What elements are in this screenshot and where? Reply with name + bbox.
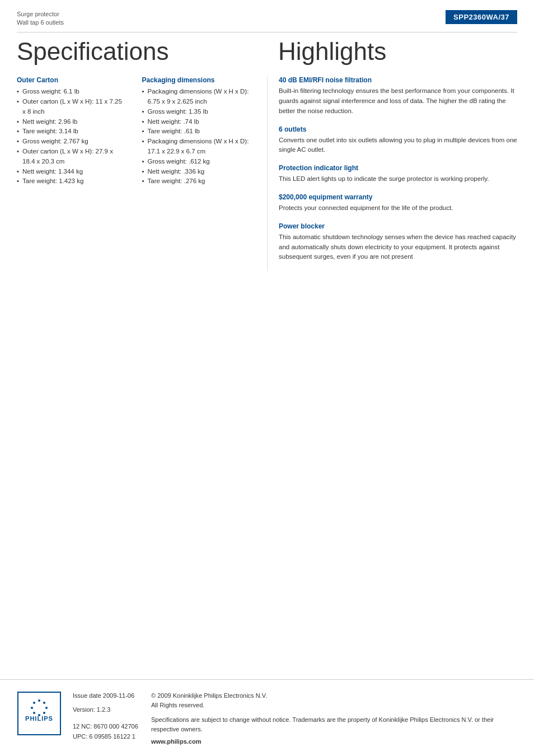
- header-left: Surge protector Wall tap 6 outlets: [17, 10, 64, 27]
- svg-point-5: [43, 712, 45, 714]
- page-wrapper: Surge protector Wall tap 6 outlets SPP23…: [0, 0, 534, 756]
- packaging-dimensions: Packaging dimensions Packaging dimension…: [142, 76, 251, 186]
- svg-point-8: [31, 707, 33, 709]
- issue-date: 2009-11-06: [103, 692, 134, 699]
- page-title: Specifications: [17, 38, 267, 65]
- highlight-emi-text: Built-in filtering technology ensures th…: [279, 86, 517, 116]
- footer: PHILIPS Issue date 2009-: [0, 679, 534, 756]
- outer-carton-section: Outer Carton Gross weight: 6.1 lb Outer …: [17, 76, 134, 198]
- issue-label: Issue date: [73, 692, 101, 699]
- highlight-outlets-text: Converts one outlet into six outlets all…: [279, 136, 517, 156]
- list-item: Tare weight: .61 lb: [142, 127, 251, 137]
- list-item: Nett weight: .74 lb: [142, 117, 251, 127]
- footer-copyright: © 2009 Koninklijke Philips Electronics N…: [151, 691, 517, 711]
- list-item: Tare weight: 3.14 lb: [17, 127, 125, 137]
- highlight-warranty-title: $200,000 equipment warranty: [279, 193, 517, 201]
- title-right: Highlights: [267, 38, 517, 76]
- outer-carton-list: Gross weight: 6.1 lb Outer carton (L x W…: [17, 87, 125, 186]
- footer-trademark: Specifications are subject to change wit…: [151, 715, 517, 734]
- version-value: 1.2.3: [97, 706, 110, 713]
- packaging-section: Packaging dimensions Packaging dimension…: [134, 76, 251, 198]
- list-item: Outer carton (L x W x H): 11 x 7.25 x 8 …: [17, 97, 125, 117]
- highlight-power-blocker-title: Power blocker: [279, 222, 517, 230]
- outer-carton-title: Outer Carton: [17, 76, 125, 84]
- list-item: Gross weight: 6.1 lb: [17, 87, 125, 97]
- footer-version: Version: 1.2.3: [73, 705, 146, 715]
- packaging-list: Packaging dimensions (W x H x D): 6.75 x…: [142, 87, 251, 186]
- title-row: Specifications Highlights: [0, 35, 534, 76]
- header-divider: [17, 32, 517, 32]
- philips-logo: PHILIPS: [17, 691, 62, 736]
- list-item: Gross weight: 1.35 lb: [142, 107, 251, 117]
- footer-col1: Issue date 2009-11-06 Version: 1.2.3 12 …: [73, 691, 146, 745]
- list-item: Nett weight: 2.96 lb: [17, 117, 125, 127]
- right-column: 40 dB EMI/RFI noise filtration Built-in …: [267, 76, 517, 271]
- svg-point-6: [38, 714, 40, 716]
- product-type: Surge protector: [17, 10, 64, 18]
- main-content: Outer Carton Gross weight: 6.1 lb Outer …: [0, 76, 534, 271]
- packaging-dimensions-title: Packaging dimensions: [142, 76, 251, 84]
- list-item: Outer carton (L x W x H): 27.9 x 18.4 x …: [17, 147, 125, 167]
- highlight-outlets: 6 outlets Converts one outlet into six o…: [279, 125, 517, 156]
- list-item: Packaging dimensions (W x H x D): 17.1 x…: [142, 137, 251, 157]
- list-item: Gross weight: 2.767 kg: [17, 137, 125, 147]
- svg-point-3: [43, 702, 45, 704]
- list-item: Tare weight: .276 kg: [142, 176, 251, 186]
- highlight-outlets-title: 6 outlets: [279, 125, 517, 133]
- footer-col3: © 2009 Koninklijke Philips Electronics N…: [151, 691, 517, 745]
- list-item: Tare weight: 1.423 kg: [17, 176, 125, 186]
- version-label: Version:: [73, 706, 95, 713]
- list-item: Gross weight: .612 kg: [142, 157, 251, 167]
- copyright-text: © 2009 Koninklijke Philips Electronics N…: [151, 691, 517, 701]
- highlight-protection-text: This LED alert lights up to indicate the…: [279, 174, 517, 184]
- highlight-emi: 40 dB EMI/RFI noise filtration Built-in …: [279, 76, 517, 116]
- highlight-protection-title: Protection indicator light: [279, 164, 517, 172]
- highlights-title: Highlights: [278, 38, 517, 65]
- model-badge: SPP2360WA/37: [446, 10, 517, 24]
- highlight-warranty-text: Protects your connected equipment for th…: [279, 203, 517, 213]
- nc-number: 12 NC: 8670 000 42706: [73, 722, 146, 732]
- list-item: Packaging dimensions (W x H x D): 6.75 x…: [142, 87, 251, 107]
- title-left: Specifications: [17, 38, 267, 76]
- highlight-power-blocker-text: This automatic shutdown technology sense…: [279, 232, 517, 262]
- svg-point-2: [38, 699, 40, 702]
- product-subtype: Wall tap 6 outlets: [17, 18, 64, 27]
- rights-text: All Rights reserved.: [151, 701, 517, 711]
- svg-point-9: [33, 702, 35, 704]
- footer-info: Issue date 2009-11-06 Version: 1.2.3 12 …: [73, 691, 517, 745]
- header: Surge protector Wall tap 6 outlets SPP23…: [0, 0, 534, 27]
- highlight-power-blocker: Power blocker This automatic shutdown te…: [279, 222, 517, 262]
- svg-point-4: [45, 707, 48, 709]
- footer-website: www.philips.com: [151, 738, 517, 745]
- svg-rect-0: [18, 692, 60, 735]
- spec-columns: Outer Carton Gross weight: 6.1 lb Outer …: [17, 76, 250, 198]
- highlight-emi-title: 40 dB EMI/RFI noise filtration: [279, 76, 517, 84]
- outer-carton: Outer Carton Gross weight: 6.1 lb Outer …: [17, 76, 125, 186]
- upc-number: UPC: 6 09585 16122 1: [73, 732, 146, 742]
- left-column: Outer Carton Gross weight: 6.1 lb Outer …: [17, 76, 267, 271]
- highlight-warranty: $200,000 equipment warranty Protects you…: [279, 193, 517, 213]
- list-item: Nett weight: .336 kg: [142, 167, 251, 177]
- footer-issue: Issue date 2009-11-06: [73, 691, 146, 701]
- footer-nc: 12 NC: 8670 000 42706 UPC: 6 09585 16122…: [73, 722, 146, 741]
- highlight-protection: Protection indicator light This LED aler…: [279, 164, 517, 184]
- svg-point-7: [33, 712, 35, 714]
- list-item: Nett weight: 1.344 kg: [17, 167, 125, 177]
